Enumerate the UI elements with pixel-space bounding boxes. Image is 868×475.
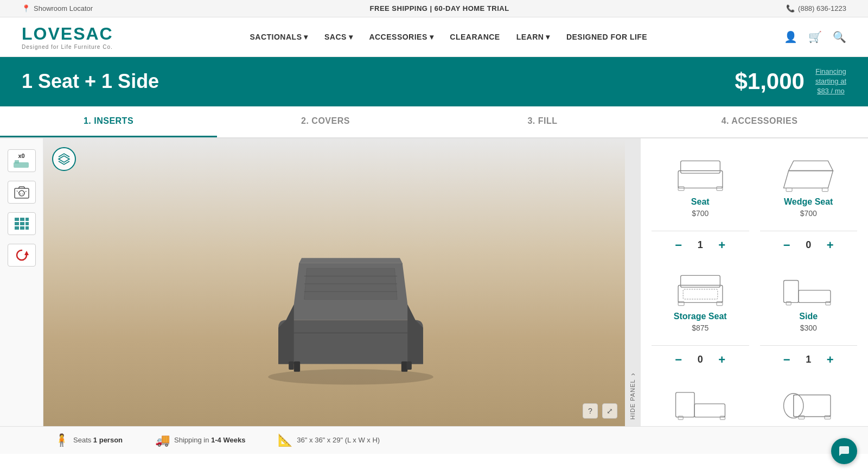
svg-rect-5 <box>20 218 24 221</box>
nav-designed-for-life[interactable]: DESIGNED FOR LIFE <box>566 33 647 41</box>
viewer-controls: ? ⤢ <box>583 403 617 419</box>
hero-banner: 1 Seat + 1 Side $1,000 Financing startin… <box>0 57 868 106</box>
dimensions-info: 📐 36" x 36" x 29" (L x W x H) <box>278 433 380 447</box>
side-price: $300 <box>800 324 817 332</box>
side-decrement[interactable]: − <box>779 352 794 368</box>
product-roll-arm: Roll Arm <box>760 378 858 426</box>
wedge-seat-image <box>776 149 841 193</box>
wedge-decrement[interactable]: − <box>779 238 794 253</box>
tab-fill[interactable]: 3. FILL <box>434 106 651 137</box>
nav-clearance[interactable]: CLEARANCE <box>450 33 500 41</box>
counter-tool[interactable]: x0 <box>8 149 36 172</box>
wedge-qty: 0 <box>803 239 814 251</box>
hero-pricing: $1,000 Financing starting at $83 / mo <box>735 67 846 97</box>
product-seat: Seat $700 − 1 + <box>652 149 749 253</box>
nav-icons: 👤 🛒 🔍 <box>784 30 846 43</box>
top-bar: 📍 Showroom Locator FREE SHIPPING | 60-DA… <box>0 0 868 17</box>
step-tabs: 1. INSERTS 2. COVERS 3. FILL 4. ACCESSOR… <box>0 106 868 138</box>
fullscreen-button[interactable]: ⤢ <box>602 403 617 419</box>
seat-price: $700 <box>692 209 709 218</box>
product-deep-side: Deep Side <box>652 378 749 426</box>
svg-rect-30 <box>683 289 718 299</box>
tab-accessories[interactable]: 4. ACCESSORIES <box>651 106 868 137</box>
financing-link[interactable]: Financing starting at $83 / mo <box>815 67 846 97</box>
svg-rect-7 <box>15 222 19 225</box>
svg-rect-27 <box>786 188 792 191</box>
nav-accessories[interactable]: ACCESSORIES ▾ <box>369 33 433 41</box>
layer-toggle[interactable] <box>52 147 76 171</box>
product-viewer[interactable]: ? ⤢ <box>43 138 625 426</box>
logo-text: LOVESAC <box>22 24 113 44</box>
navigation: LOVESAC Designed for Life Furniture Co. … <box>0 17 868 57</box>
product-price: $1,000 <box>735 68 804 94</box>
svg-rect-35 <box>799 290 831 302</box>
svg-marker-13 <box>24 251 29 255</box>
search-icon[interactable]: 🔍 <box>833 30 846 43</box>
bottom-info: 🧍 Seats 1 person 🚚 Shipping in 1-4 Weeks… <box>0 426 868 454</box>
seat-qty: 1 <box>695 239 706 251</box>
storage-seat-price: $875 <box>692 324 709 332</box>
nav-sacs[interactable]: SACS ▾ <box>324 33 353 41</box>
layers-icon <box>58 153 71 166</box>
svg-rect-12 <box>25 226 29 230</box>
camera-icon <box>14 186 29 199</box>
help-button[interactable]: ? <box>583 403 598 419</box>
chat-icon <box>838 445 851 458</box>
svg-rect-39 <box>694 403 725 417</box>
svg-rect-2 <box>15 188 29 198</box>
reset-icon <box>15 248 29 262</box>
chevron-down-icon: ▾ <box>430 33 434 41</box>
side-qty-control: − 1 + <box>779 352 838 368</box>
svg-rect-6 <box>25 218 29 221</box>
tool-sidebar: x0 <box>0 138 43 426</box>
products-grid: Seat $700 − 1 + <box>652 149 857 426</box>
wedge-qty-control: − 0 + <box>779 238 838 253</box>
camera-tool[interactable] <box>8 181 36 204</box>
seats-info: 🧍 Seats 1 person <box>54 433 123 447</box>
product-wedge-seat: Wedge Seat $700 − 0 + <box>760 149 858 253</box>
location-icon: 📍 <box>22 4 30 12</box>
nav-learn[interactable]: LEARN ▾ <box>516 33 550 41</box>
seat-name: Seat <box>691 197 710 207</box>
deep-side-image <box>668 378 733 422</box>
svg-rect-11 <box>20 226 24 230</box>
svg-point-3 <box>19 191 24 196</box>
svg-rect-16 <box>294 361 300 371</box>
tab-inserts[interactable]: 1. INSERTS <box>0 106 217 137</box>
sofa-icon <box>14 160 30 169</box>
promo-banner: FREE SHIPPING | 60-DAY HOME TRIAL <box>370 4 509 12</box>
seat-decrement[interactable]: − <box>671 238 686 253</box>
chevron-right-icon: › <box>628 372 637 376</box>
chevron-down-icon: ▾ <box>304 33 308 41</box>
grid-tool[interactable] <box>8 212 36 235</box>
svg-rect-8 <box>20 222 24 225</box>
storage-decrement[interactable]: − <box>671 352 686 368</box>
svg-rect-24 <box>680 161 720 173</box>
dimensions-icon: 📐 <box>278 433 292 447</box>
logo[interactable]: LOVESAC Designed for Life Furniture Co. <box>22 24 113 50</box>
cart-icon[interactable]: 🛒 <box>808 30 822 43</box>
wedge-increment[interactable]: + <box>822 238 838 253</box>
account-icon[interactable]: 👤 <box>784 30 797 43</box>
storage-qty: 0 <box>695 354 706 365</box>
storage-seat-name: Storage Seat <box>674 312 727 321</box>
phone-number[interactable]: 📞 (888) 636-1223 <box>786 4 846 12</box>
svg-rect-29 <box>678 285 723 302</box>
hide-panel-button[interactable]: HIDE PANEL › <box>625 138 640 426</box>
chevron-down-icon: ▾ <box>546 33 550 41</box>
right-panel: Seat $700 − 1 + <box>640 138 868 426</box>
svg-rect-19 <box>406 361 412 369</box>
svg-rect-26 <box>717 186 723 190</box>
storage-increment[interactable]: + <box>714 352 730 368</box>
seat-increment[interactable]: + <box>714 238 730 253</box>
person-icon: 🧍 <box>54 433 69 447</box>
svg-rect-38 <box>675 392 694 416</box>
nav-sactionals[interactable]: SACTIONALS ▾ <box>250 33 308 41</box>
side-increment[interactable]: + <box>822 352 838 368</box>
tab-covers[interactable]: 2. COVERS <box>217 106 434 137</box>
svg-rect-43 <box>794 395 831 416</box>
svg-rect-34 <box>784 280 799 302</box>
chat-button[interactable] <box>831 438 857 464</box>
reset-tool[interactable] <box>8 244 36 267</box>
showroom-locator[interactable]: 📍 Showroom Locator <box>22 4 93 12</box>
